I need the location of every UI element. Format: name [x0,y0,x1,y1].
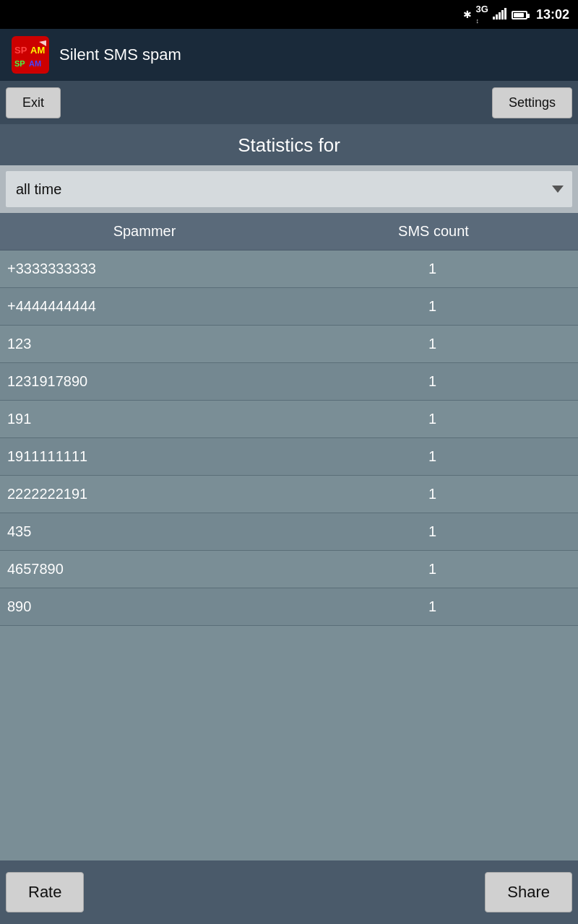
time-filter-select[interactable]: all time today this week this month [6,171,572,207]
table-row[interactable]: 1231 [0,326,578,363]
table-row[interactable]: 1911 [0,401,578,438]
app-logo: SP AM SP AM [12,36,49,74]
time-filter-dropdown-wrapper[interactable]: all time today this week this month [6,171,572,207]
sms-count-cell: 1 [287,513,578,550]
table-row[interactable]: 8901 [0,588,578,626]
table-header: Spammer SMS count [0,213,578,250]
svg-rect-0 [493,17,495,19]
sms-count-cell: 1 [287,326,578,362]
table-row[interactable]: 12319178901 [0,363,578,401]
app-header: SP AM SP AM Silent SMS spam [0,29,578,81]
sms-count-cell: 1 [287,288,578,325]
dropdown-container: all time today this week this month [0,165,578,213]
svg-rect-2 [499,12,501,19]
svg-rect-1 [496,14,498,19]
spammer-cell: 1231917890 [0,363,287,400]
table-body: +33333333331+444444444411231123191789011… [0,250,578,626]
spammer-cell: +4444444444 [0,288,287,325]
stats-heading-section: Statistics for [0,124,578,165]
sms-count-cell: 1 [287,551,578,588]
table-row[interactable]: 46578901 [0,551,578,588]
status-bar: ✱ 3G↕ 13:02 [0,0,578,29]
sms-count-cell: 1 [287,438,578,475]
svg-rect-4 [504,8,506,19]
toolbar: Exit Settings [0,81,578,124]
sms-count-cell: 1 [287,363,578,400]
table-row[interactable]: 22222221911 [0,476,578,513]
table-row[interactable]: 19111111111 [0,438,578,476]
status-icons: ✱ 3G↕ [463,4,527,25]
statistics-table-container[interactable]: Spammer SMS count +33333333331+444444444… [0,213,578,860]
app-title: Silent SMS spam [59,45,181,64]
table-row[interactable]: 4351 [0,513,578,551]
spammer-column-header: Spammer [0,213,289,250]
settings-button[interactable]: Settings [492,87,572,118]
spammer-cell: 435 [0,513,287,550]
table-row[interactable]: +33333333331 [0,250,578,288]
sms-count-column-header: SMS count [289,213,578,250]
spammer-cell: 123 [0,326,287,362]
bluetooth-icon: ✱ [463,9,472,20]
spammer-cell: 191 [0,401,287,437]
sms-count-cell: 1 [287,476,578,513]
share-button[interactable]: Share [485,872,572,912]
sms-count-cell: 1 [287,588,578,625]
status-time: 13:02 [536,7,569,22]
spammer-cell: 4657890 [0,551,287,588]
svg-rect-3 [501,10,504,19]
sms-count-cell: 1 [287,401,578,437]
table-row[interactable]: +44444444441 [0,288,578,326]
exit-button[interactable]: Exit [6,87,61,118]
svg-text:SP: SP [14,59,25,68]
svg-text:SP: SP [14,45,27,56]
svg-text:AM: AM [29,59,41,68]
spammer-cell: 2222222191 [0,476,287,513]
battery-icon [512,9,527,20]
rate-button[interactable]: Rate [6,872,84,912]
svg-text:AM: AM [30,45,45,56]
stats-heading-text: Statistics for [238,134,340,156]
spammer-cell: 890 [0,588,287,625]
sms-count-cell: 1 [287,250,578,287]
signal-icon [493,8,507,22]
spammer-cell: +3333333333 [0,250,287,287]
bottom-bar: Rate Share [0,860,578,924]
network-3g-icon: 3G↕ [476,4,488,25]
spammer-cell: 1911111111 [0,438,287,475]
